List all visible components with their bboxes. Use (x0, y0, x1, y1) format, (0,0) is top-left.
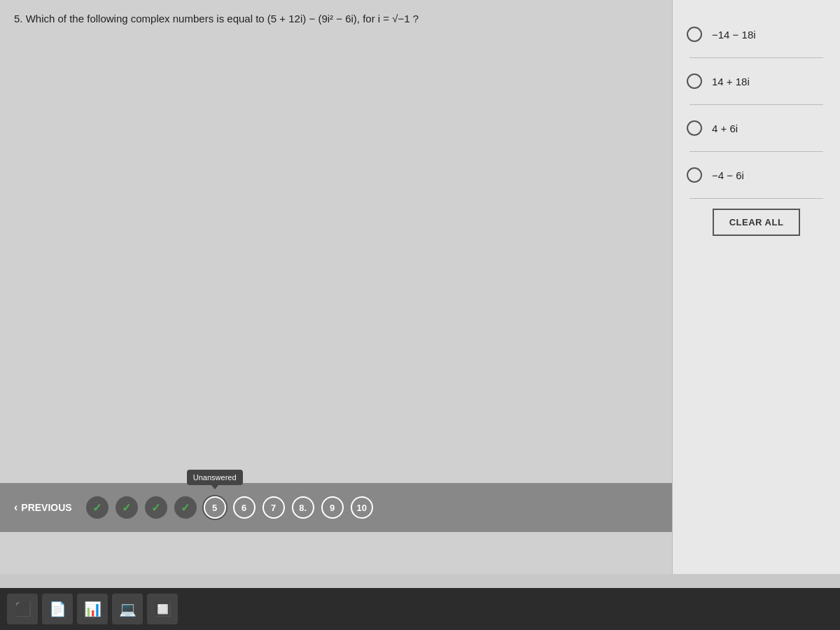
question-nav-7[interactable]: 7 (262, 496, 285, 519)
radio-a[interactable] (687, 27, 702, 42)
question-nav-5[interactable]: 5 (204, 496, 226, 519)
unanswered-tooltip: Unanswered (187, 470, 243, 485)
question-nav-6[interactable]: 6 (233, 496, 255, 519)
taskbar-icon-1: ⬛ (14, 601, 31, 617)
separator-1 (690, 57, 823, 58)
q-num-9: 9 (330, 503, 335, 513)
bottom-navigation-bar: ‹ PREVIOUS 1 2 3 4 Unanswered 5 6 (0, 483, 672, 532)
separator-2 (690, 104, 823, 105)
previous-button[interactable]: ‹ PREVIOUS (14, 501, 72, 514)
main-content-area: 5. Which of the following complex number… (0, 0, 672, 574)
q-num-8: 8. (299, 503, 307, 513)
answer-panel: −14 − 18i 14 + 18i 4 + 6i −4 − 6i CLEAR … (672, 0, 840, 574)
question-nav-4[interactable]: 4 (174, 496, 197, 519)
taskbar-icon-2: 📄 (49, 601, 66, 617)
radio-b[interactable] (687, 74, 702, 89)
answer-option-a[interactable]: −14 − 18i (673, 14, 840, 55)
q-num-10: 10 (356, 503, 366, 513)
radio-d[interactable] (687, 167, 702, 183)
taskbar-item-4[interactable]: 💻 (112, 594, 143, 624)
taskbar-icon-3: 📊 (84, 601, 102, 617)
q-num-5: 5 (212, 503, 217, 513)
question-nav-2[interactable]: 2 (115, 496, 138, 519)
prev-arrow-icon: ‹ (14, 501, 18, 514)
answer-option-b[interactable]: 14 + 18i (673, 61, 840, 102)
q-num-7: 7 (271, 503, 276, 513)
question-nav-3[interactable]: 3 (145, 496, 167, 519)
answer-label-b: 14 + 18i (712, 76, 750, 88)
taskbar-item-1[interactable]: ⬛ (7, 594, 38, 624)
separator-3 (690, 151, 823, 152)
question-nav-1[interactable]: 1 (86, 496, 108, 519)
taskbar-item-3[interactable]: 📊 (77, 594, 108, 624)
question-nav-8[interactable]: 8. (292, 496, 314, 519)
taskbar-item-2[interactable]: 📄 (42, 594, 73, 624)
question-nav-10[interactable]: 10 (351, 496, 373, 519)
question-text: 5. Which of the following complex number… (14, 13, 419, 24)
answer-option-d[interactable]: −4 − 6i (673, 155, 840, 195)
radio-c[interactable] (687, 120, 702, 136)
answer-label-d: −4 − 6i (712, 169, 744, 181)
taskbar-icon-4: 💻 (119, 601, 136, 617)
separator-4 (690, 198, 823, 199)
taskbar-icon-5: 🔲 (154, 601, 172, 617)
previous-button-label: PREVIOUS (21, 502, 71, 513)
answer-label-c: 4 + 6i (712, 122, 738, 134)
q-num-6: 6 (241, 503, 246, 513)
question-nav-9[interactable]: 9 (321, 496, 344, 519)
taskbar-item-5[interactable]: 🔲 (147, 594, 178, 624)
answer-label-a: −14 − 18i (712, 29, 756, 41)
answer-option-c[interactable]: 4 + 6i (673, 108, 840, 148)
question-nav-5-container: Unanswered 5 (204, 496, 226, 519)
taskbar: ⬛ 📄 📊 💻 🔲 (0, 588, 840, 630)
clear-all-button[interactable]: CLEAR ALL (713, 209, 801, 236)
